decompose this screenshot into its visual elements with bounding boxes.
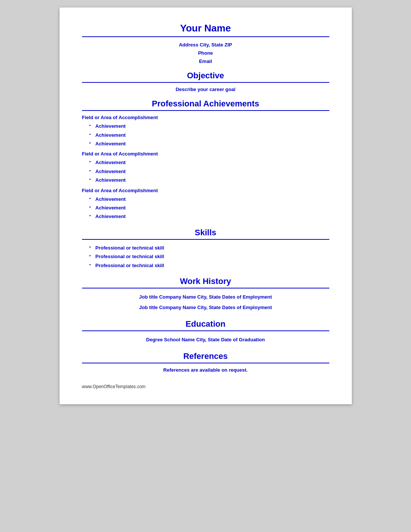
contact-info: Address City, State ZIP Phone Email bbox=[82, 41, 329, 66]
achievement-item: Achievement bbox=[90, 167, 329, 176]
achievements-list-3: Achievement Achievement Achievement bbox=[82, 195, 329, 221]
achievements-section: Professional Achievements Field or Area … bbox=[82, 99, 329, 221]
achievement-item: Achievement bbox=[90, 212, 329, 221]
objective-section: Objective Describe your career goal bbox=[82, 71, 329, 92]
address-line: Address City, State ZIP bbox=[82, 41, 329, 49]
achievement-item: Achievement bbox=[90, 203, 329, 212]
achievement-item: Achievement bbox=[90, 139, 329, 148]
education-entry-1: Degree School Name City, State Date of G… bbox=[82, 335, 329, 345]
skill-item-3: Professional or technical skill bbox=[90, 261, 329, 270]
skill-item-1: Professional or technical skill bbox=[90, 244, 329, 252]
education-divider bbox=[82, 330, 329, 331]
header-name-section: Your Name bbox=[82, 22, 329, 37]
achievements-group-1: Field or Area of Accomplishment Achievem… bbox=[82, 115, 329, 148]
name-title: Your Name bbox=[82, 22, 329, 34]
achievements-field-label-2: Field or Area of Accomplishment bbox=[82, 151, 329, 157]
email-line: Email bbox=[82, 57, 329, 66]
achievements-title: Professional Achievements bbox=[82, 99, 329, 109]
skills-title: Skills bbox=[82, 228, 329, 238]
name-divider bbox=[82, 36, 329, 37]
footer: www.OpenOfficeTemplates.com bbox=[82, 384, 329, 389]
skills-divider bbox=[82, 239, 329, 240]
achievements-group-2: Field or Area of Accomplishment Achievem… bbox=[82, 151, 329, 184]
references-title: References bbox=[82, 351, 329, 361]
achievement-item: Achievement bbox=[90, 122, 329, 130]
achievements-list-1: Achievement Achievement Achievement bbox=[82, 122, 329, 148]
achievements-field-label-3: Field or Area of Accomplishment bbox=[82, 188, 329, 193]
objective-title: Objective bbox=[82, 71, 329, 81]
objective-divider bbox=[82, 82, 329, 83]
work-history-divider bbox=[82, 288, 329, 288]
achievements-group-3: Field or Area of Accomplishment Achievem… bbox=[82, 188, 329, 221]
references-text: References are available on request. bbox=[82, 367, 329, 373]
resume-page: Your Name Address City, State ZIP Phone … bbox=[60, 7, 352, 404]
achievement-item: Achievement bbox=[90, 158, 329, 167]
work-history-section: Work History Job title Company Name City… bbox=[82, 276, 329, 312]
achievement-item: Achievement bbox=[90, 195, 329, 203]
education-title: Education bbox=[82, 319, 329, 329]
references-divider bbox=[82, 363, 329, 363]
achievements-divider bbox=[82, 110, 329, 111]
footer-url: www.OpenOfficeTemplates.com bbox=[82, 384, 146, 389]
work-entry-2: Job title Company Name City, State Dates… bbox=[82, 303, 329, 312]
achievements-list-2: Achievement Achievement Achievement bbox=[82, 158, 329, 184]
objective-description: Describe your career goal bbox=[82, 87, 329, 92]
work-entry-1: Job title Company Name City, State Dates… bbox=[82, 292, 329, 302]
skills-list: Professional or technical skill Professi… bbox=[82, 244, 329, 270]
work-history-title: Work History bbox=[82, 276, 329, 286]
education-section: Education Degree School Name City, State… bbox=[82, 319, 329, 345]
achievement-item: Achievement bbox=[90, 176, 329, 184]
phone-line: Phone bbox=[82, 49, 329, 57]
skill-item-2: Professional or technical skill bbox=[90, 252, 329, 261]
skills-section: Skills Professional or technical skill P… bbox=[82, 228, 329, 270]
achievement-item: Achievement bbox=[90, 131, 329, 139]
references-section: References References are available on r… bbox=[82, 351, 329, 373]
achievements-field-label-1: Field or Area of Accomplishment bbox=[82, 115, 329, 120]
